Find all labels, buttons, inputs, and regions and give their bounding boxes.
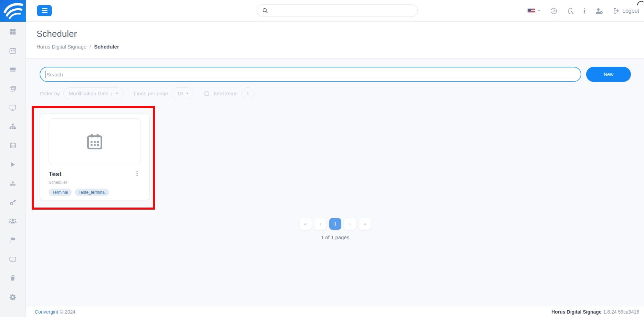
global-search-input[interactable] [257, 4, 418, 17]
company-link[interactable]: Convergint [35, 309, 58, 315]
app-root: ? i [0, 0, 644, 317]
page-title: Scheduler [37, 29, 644, 39]
calendar-icon [86, 133, 104, 151]
footer: Convergint © 2024 Horus Digital Signage … [26, 306, 644, 317]
chevron-down-icon [538, 10, 540, 12]
order-by-label: Order by [40, 91, 60, 96]
sidebar-item-users[interactable] [0, 212, 25, 231]
eagle-logo-icon [0, 0, 26, 22]
sidebar-item-news[interactable] [0, 41, 25, 60]
pagination: « ‹ 1 › » [26, 218, 644, 230]
flag-icon [9, 236, 17, 244]
sidebar-item-player[interactable] [0, 155, 25, 174]
sidebar-item-downloads[interactable] [0, 174, 25, 193]
main-content: New Order by Modification Date ↓ Lines p… [26, 59, 644, 306]
cursor-artifact [636, 0, 644, 6]
chevron-down-icon [116, 93, 118, 94]
pagination-prev-button[interactable]: ‹ [314, 218, 326, 230]
chevron-down-icon [186, 93, 189, 94]
card-thumbnail [49, 118, 141, 165]
card-tags: Terminal Teste_terminal [49, 189, 141, 196]
card-title: Test [49, 170, 62, 178]
sidebar-nav [0, 22, 26, 317]
lines-per-page-label: Lines per page [134, 91, 168, 96]
language-selector[interactable] [528, 9, 540, 13]
toolbar: New [40, 67, 631, 82]
menu-toggle-button[interactable] [37, 5, 52, 16]
breadcrumb-separator: / [90, 44, 91, 50]
hamburger-icon [42, 8, 48, 9]
info-icon: i [584, 8, 586, 14]
user-gear-icon [595, 8, 603, 14]
total-items-label: Total items [213, 91, 238, 96]
grid-icon [9, 28, 17, 35]
logout-button[interactable]: Logout [613, 8, 639, 14]
header-nav: ? i [528, 0, 640, 22]
pagination-last-button[interactable]: » [359, 218, 371, 230]
order-by-dropdown[interactable]: Modification Date ↓ [63, 87, 124, 99]
version-text: 1.8.24 59ca3416 [603, 309, 639, 315]
sidebar-item-dashboard[interactable] [0, 22, 25, 41]
list-search [40, 67, 581, 82]
card-menu-button[interactable] [133, 170, 141, 178]
top-header: ? i [0, 0, 644, 22]
pagination-page-1-button[interactable]: 1 [329, 218, 341, 230]
monitor-icon [9, 104, 17, 112]
kebab-icon [135, 170, 139, 177]
sidebar-item-licenses[interactable] [0, 193, 25, 212]
panel-icon [9, 66, 17, 73]
page-head: Scheduler Horus Digital Signage / Schedu… [26, 22, 644, 59]
global-search [257, 4, 418, 17]
breadcrumb: Horus Digital Signage / Scheduler [37, 44, 644, 50]
play-icon [9, 161, 16, 168]
images-icon [9, 85, 17, 93]
moon-icon [567, 8, 574, 14]
sitemap-icon [9, 123, 17, 130]
sidebar-item-flags[interactable] [0, 231, 25, 250]
newspaper-icon [9, 47, 17, 55]
tag-teste-terminal: Teste_terminal [75, 189, 109, 196]
sidebar-item-trash[interactable] [0, 268, 25, 287]
sidebar-item-screens[interactable] [0, 98, 25, 117]
pagination-summary: 1 of 1 pages [26, 234, 644, 240]
pagination-first-button[interactable]: « [300, 218, 312, 230]
brand-logo[interactable] [0, 0, 26, 22]
dark-mode-button[interactable] [567, 8, 574, 14]
tag-terminal: Terminal [49, 189, 72, 196]
sidebar-item-sitemap[interactable] [0, 117, 25, 136]
help-icon: ? [550, 8, 557, 14]
download-icon [9, 180, 17, 187]
trash-icon [9, 274, 16, 282]
info-button[interactable]: i [584, 8, 586, 14]
sidebar-item-terminals[interactable] [0, 250, 25, 268]
new-button[interactable]: New [586, 67, 631, 82]
svg-text:?: ? [552, 9, 554, 13]
card-subtitle: Scheduler [49, 180, 141, 185]
sidebar-item-scheduler[interactable] [0, 136, 25, 155]
copyright-text: © 2024 [60, 309, 75, 315]
user-settings-button[interactable] [595, 8, 603, 14]
scheduler-card[interactable]: Test Scheduler Terminal Teste_terminal [40, 114, 149, 200]
total-items-badge: 1 [241, 87, 255, 99]
sidebar-item-settings[interactable] [0, 287, 25, 306]
users-icon [9, 218, 17, 225]
logout-label: Logout [622, 8, 639, 14]
help-button[interactable]: ? [550, 8, 557, 14]
pagination-next-button[interactable]: › [344, 218, 356, 230]
key-icon [9, 199, 17, 206]
filters-bar: Order by Modification Date ↓ Lines per p… [40, 87, 255, 99]
terminal-card-icon [9, 255, 17, 263]
calendar-icon [9, 142, 17, 149]
gear-icon [9, 294, 16, 300]
lines-per-page-dropdown[interactable]: 10 [172, 87, 194, 99]
sidebar-item-panel[interactable] [0, 60, 25, 79]
lines-per-page-value: 10 [177, 91, 183, 96]
logout-icon [613, 8, 620, 14]
text-cursor [45, 71, 45, 78]
breadcrumb-parent[interactable]: Horus Digital Signage [37, 44, 86, 50]
sidebar-item-media[interactable] [0, 79, 25, 98]
breadcrumb-current: Scheduler [94, 44, 119, 50]
search-icon [262, 8, 268, 15]
search-input[interactable] [40, 67, 581, 82]
total-items-value: 1 [247, 91, 249, 96]
